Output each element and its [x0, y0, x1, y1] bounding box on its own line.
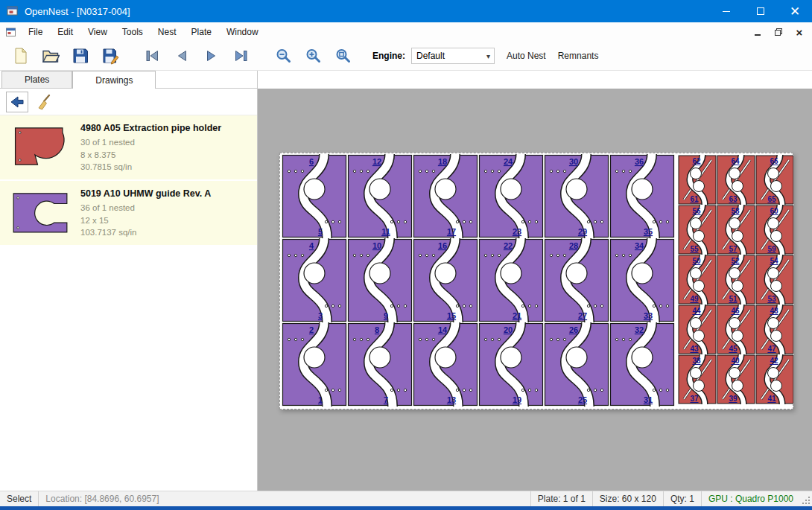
nest-part-pair-purple[interactable]: 14 13 — [413, 322, 478, 407]
svg-text:10: 10 — [372, 241, 381, 250]
clear-drawings-button[interactable] — [33, 92, 55, 112]
nest-part-pair-purple[interactable]: 20 19 — [478, 322, 544, 407]
nest-part-pair-purple[interactable]: 36 35 — [609, 154, 675, 238]
svg-text:17: 17 — [447, 227, 456, 236]
tab-drawings[interactable]: Drawings — [72, 71, 156, 89]
svg-text:22: 22 — [504, 241, 513, 250]
nest-part-pair-purple[interactable]: 32 31 — [609, 322, 675, 407]
svg-text:45: 45 — [729, 345, 738, 353]
nest-part-pair-red[interactable]: 54 53 — [755, 255, 794, 305]
svg-text:12: 12 — [372, 157, 381, 166]
nest-part-pair-red[interactable]: 52 51 — [717, 255, 755, 305]
chevron-down-icon: ▾ — [486, 52, 494, 60]
svg-text:42: 42 — [770, 357, 778, 365]
nest-part-pair-red[interactable]: 62 61 — [678, 155, 717, 205]
menu-file[interactable]: File — [21, 22, 50, 42]
menu-edit[interactable]: Edit — [50, 22, 80, 42]
minimize-button[interactable] — [709, 0, 743, 22]
drawing-item-uhmw-guide[interactable]: 5019 A10 UHMW guide Rev. A 36 of 1 neste… — [0, 181, 257, 245]
nest-part-pair-purple[interactable]: 28 27 — [544, 238, 609, 322]
import-drawing-button[interactable] — [6, 92, 28, 112]
window-title: OpenNest - [N0317-004] — [25, 6, 130, 17]
drawing-area: 30.7815 sq/in — [80, 161, 221, 173]
resize-grip-icon[interactable] — [800, 491, 812, 506]
nesting-canvas[interactable]: 6 5 12 11 18 17 — [258, 89, 812, 491]
nest-part-pair-purple[interactable]: 26 25 — [544, 322, 609, 407]
drawing-list: 4980 A05 Extraction pipe holder 30 of 1 … — [0, 115, 257, 491]
nest-part-pair-purple[interactable]: 24 23 — [478, 154, 544, 238]
nav-last-button[interactable] — [228, 44, 255, 68]
nest-part-pair-red[interactable]: 38 37 — [678, 354, 717, 404]
nest-part-pair-purple[interactable]: 2 1 — [282, 322, 347, 407]
nav-next-button[interactable] — [198, 44, 225, 68]
save-as-button[interactable] — [97, 44, 124, 68]
svg-text:38: 38 — [692, 357, 701, 365]
app-icon — [7, 5, 19, 17]
menu-tools[interactable]: Tools — [115, 22, 150, 42]
mdi-close-button[interactable]: × — [793, 26, 806, 38]
svg-text:52: 52 — [731, 257, 740, 265]
engine-select[interactable]: Default ▾ — [411, 48, 495, 64]
maximize-button[interactable] — [743, 0, 778, 22]
svg-text:53: 53 — [767, 295, 776, 303]
svg-text:50: 50 — [692, 257, 701, 265]
svg-text:43: 43 — [690, 345, 699, 353]
sidebar: Plates Drawings 4980 A05 Extraction pi — [0, 71, 258, 491]
save-as-icon — [101, 47, 119, 65]
nest-part-pair-red[interactable]: 58 57 — [717, 205, 755, 255]
nest-part-pair-red[interactable]: 42 41 — [755, 354, 794, 404]
new-button[interactable] — [7, 44, 34, 68]
zoom-out-button[interactable] — [270, 44, 296, 68]
nest-part-pair-red[interactable]: 46 45 — [717, 305, 755, 354]
nest-part-pair-red[interactable]: 50 49 — [678, 255, 717, 305]
auto-nest-button[interactable]: Auto Nest — [507, 51, 546, 61]
nest-part-pair-purple[interactable]: 18 17 — [413, 154, 478, 238]
svg-text:8: 8 — [375, 325, 379, 334]
menu-view[interactable]: View — [80, 22, 115, 42]
nest-part-pair-purple[interactable]: 30 29 — [544, 154, 609, 238]
nav-prev-button[interactable] — [168, 44, 195, 68]
nest-part-pair-red[interactable]: 44 43 — [678, 305, 717, 354]
zoom-fit-button[interactable] — [329, 44, 356, 68]
nest-part-pair-red[interactable]: 48 47 — [755, 305, 794, 354]
nest-part-pair-purple[interactable]: 10 9 — [347, 238, 413, 322]
drawing-item-extraction-pipe-holder[interactable]: 4980 A05 Extraction pipe holder 30 of 1 … — [0, 115, 257, 179]
close-icon: ✕ — [790, 5, 800, 18]
save-icon — [72, 47, 89, 65]
menu-plate[interactable]: Plate — [184, 22, 219, 42]
open-button[interactable] — [37, 44, 64, 68]
remnants-button[interactable]: Remnants — [558, 51, 599, 61]
nest-part-pair-purple[interactable]: 6 5 — [282, 154, 347, 238]
svg-text:29: 29 — [578, 227, 587, 236]
nest-part-pair-purple[interactable]: 22 21 — [478, 238, 544, 322]
tab-plates[interactable]: Plates — [1, 71, 72, 88]
drawing-area: 103.7137 sq/in — [80, 226, 211, 239]
broom-icon — [36, 94, 52, 110]
mdi-restore-button[interactable] — [772, 26, 785, 38]
nest-part-pair-purple[interactable]: 4 3 — [282, 238, 347, 322]
first-plate-icon — [143, 47, 161, 65]
nest-part-pair-red[interactable]: 40 39 — [717, 354, 755, 404]
menu-window[interactable]: Window — [219, 22, 266, 42]
svg-text:33: 33 — [644, 311, 653, 320]
purple-grid: 6 5 12 11 18 17 — [282, 154, 675, 407]
nest-part-pair-red[interactable]: 66 65 — [755, 155, 794, 205]
nest-part-pair-purple[interactable]: 34 33 — [609, 238, 675, 322]
svg-text:5: 5 — [318, 227, 323, 236]
part-thumbnail-red — [4, 120, 76, 173]
nest-part-pair-red[interactable]: 56 55 — [678, 205, 717, 255]
zoom-in-button[interactable] — [299, 44, 326, 68]
nest-part-pair-red[interactable]: 64 63 — [717, 155, 755, 205]
menu-nest[interactable]: Nest — [150, 22, 184, 42]
mdi-minimize-button[interactable] — [751, 26, 764, 38]
save-button[interactable] — [67, 44, 94, 68]
nav-first-button[interactable] — [139, 44, 165, 68]
close-icon: × — [796, 27, 803, 38]
status-qty: Qty: 1 — [664, 491, 701, 506]
nest-part-pair-purple[interactable]: 16 15 — [413, 238, 478, 322]
nest-part-pair-purple[interactable]: 8 7 — [347, 322, 413, 407]
close-button[interactable]: ✕ — [778, 0, 812, 22]
nest-part-pair-red[interactable]: 60 59 — [755, 205, 794, 255]
nest-part-pair-purple[interactable]: 12 11 — [347, 154, 413, 238]
zoom-out-icon — [274, 47, 292, 65]
